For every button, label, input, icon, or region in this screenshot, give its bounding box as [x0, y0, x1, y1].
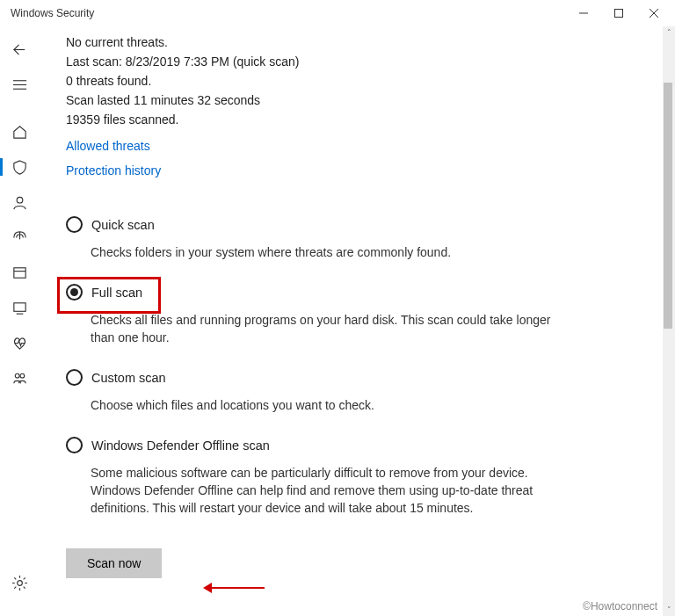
radio-icon[interactable] — [66, 369, 83, 386]
svg-point-8 — [17, 197, 23, 203]
radio-icon[interactable] — [66, 216, 83, 233]
custom-scan-option[interactable]: Custom scan Choose which files and locat… — [66, 369, 558, 414]
close-button[interactable] — [636, 0, 671, 26]
shield-icon[interactable] — [0, 149, 40, 185]
menu-icon[interactable] — [0, 67, 40, 102]
annotation-arrow — [203, 583, 265, 593]
settings-icon[interactable] — [0, 565, 40, 600]
custom-scan-desc: Choose which files and locations you wan… — [91, 396, 558, 414]
svg-point-16 — [18, 580, 23, 585]
svg-rect-1 — [615, 10, 623, 18]
status-last-scan: Last scan: 8/23/2019 7:33 PM (quick scan… — [66, 53, 649, 70]
custom-scan-title: Custom scan — [91, 371, 166, 385]
scan-options: Quick scan Checks folders in your system… — [66, 216, 558, 517]
quick-scan-title: Quick scan — [91, 218, 155, 232]
quick-scan-desc: Checks folders in your system where thre… — [91, 243, 558, 261]
svg-rect-12 — [14, 302, 25, 311]
radio-icon[interactable] — [66, 284, 83, 301]
offline-scan-title: Windows Defender Offline scan — [91, 438, 270, 453]
status-threats-found: 0 threats found. — [66, 72, 649, 90]
content-area: No current threats. Last scan: 8/23/2019… — [0, 26, 675, 616]
full-scan-option[interactable]: Full scan Checks all files and running p… — [66, 284, 558, 346]
offline-scan-desc: Some malicious software can be particula… — [91, 464, 558, 517]
window-controls — [566, 0, 671, 26]
main-panel: No current threats. Last scan: 8/23/2019… — [40, 26, 675, 616]
minimize-button[interactable] — [566, 0, 601, 26]
protection-history-link[interactable]: Protection history — [66, 163, 649, 178]
watermark: ©Howtoconnect — [583, 600, 657, 612]
scan-now-button[interactable]: Scan now — [66, 548, 162, 578]
offline-scan-option[interactable]: Windows Defender Offline scan Some malic… — [66, 437, 558, 517]
device-health-icon[interactable] — [0, 325, 40, 360]
device-security-icon[interactable] — [0, 290, 40, 325]
sidebar — [0, 26, 40, 616]
svg-point-15 — [20, 373, 25, 378]
svg-rect-10 — [14, 267, 25, 277]
allowed-threats-link[interactable]: Allowed threats — [66, 139, 649, 153]
back-icon[interactable] — [0, 32, 40, 67]
svg-point-14 — [15, 373, 19, 378]
window-title: Windows Security — [11, 7, 94, 19]
status-files-scanned: 19359 files scanned. — [66, 111, 649, 128]
windows-security-window: Windows Security ˄ ˅ — [0, 0, 675, 616]
status-no-threats: No current threats. — [66, 33, 649, 51]
titlebar: Windows Security — [0, 0, 675, 26]
full-scan-title: Full scan — [91, 286, 142, 300]
home-icon[interactable] — [0, 114, 40, 149]
radio-icon[interactable] — [66, 437, 83, 453]
full-scan-desc: Checks all files and running programs on… — [91, 311, 558, 346]
family-icon[interactable] — [0, 360, 40, 395]
status-duration: Scan lasted 11 minutes 32 seconds — [66, 91, 649, 109]
quick-scan-option[interactable]: Quick scan Checks folders in your system… — [66, 216, 558, 261]
firewall-icon[interactable] — [0, 220, 40, 255]
scan-status: No current threats. Last scan: 8/23/2019… — [66, 33, 649, 128]
account-icon[interactable] — [0, 185, 40, 220]
links-group: Allowed threats Protection history — [66, 139, 649, 178]
maximize-button[interactable] — [601, 0, 636, 26]
app-browser-icon[interactable] — [0, 255, 40, 290]
